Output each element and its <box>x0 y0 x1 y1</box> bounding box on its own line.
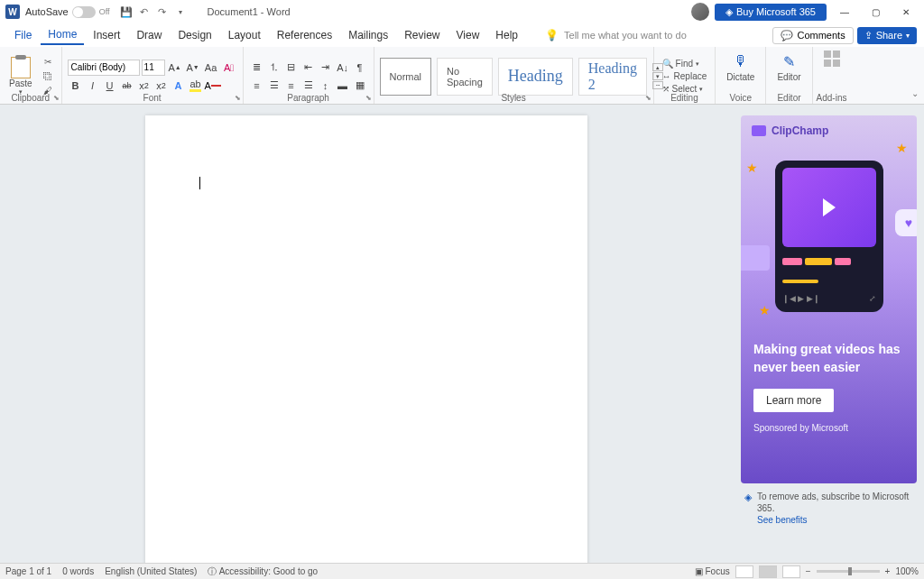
tab-home[interactable]: Home <box>41 25 84 45</box>
replace-button[interactable]: ↔Replace <box>660 70 710 82</box>
paste-button[interactable]: Paste ▾ <box>5 55 36 97</box>
play-icon <box>823 198 836 216</box>
star-icon: ★ <box>896 141 908 155</box>
ad-card: ClipChamp ★ ★ ★ ❙◀ ▶ ▶❙⤢ ♥ <box>741 115 917 483</box>
learn-more-button[interactable]: Learn more <box>753 389 834 412</box>
style-normal[interactable]: Normal <box>380 58 431 96</box>
sort-button[interactable]: A↓ <box>335 60 351 76</box>
font-name-input[interactable] <box>68 60 140 76</box>
align-left-button[interactable]: ≡ <box>249 78 265 94</box>
change-case-button[interactable]: Aa <box>203 60 219 76</box>
dictate-button[interactable]: 🎙 Dictate <box>721 49 760 84</box>
addins-button[interactable] <box>818 49 845 74</box>
zoom-slider[interactable] <box>817 570 880 573</box>
clear-formatting-button[interactable]: A⃠ <box>221 60 237 76</box>
microphone-icon: 🎙 <box>730 51 752 72</box>
web-layout-button[interactable] <box>782 565 800 578</box>
ribbon-group-styles: Normal No Spacing Heading Heading 2 ▴▾┄ … <box>374 47 654 104</box>
status-words[interactable]: 0 words <box>62 566 94 576</box>
tab-review[interactable]: Review <box>397 26 447 44</box>
decrease-indent-button[interactable]: ⇤ <box>300 60 317 76</box>
qat-dropdown-icon[interactable]: ▾ <box>171 3 189 21</box>
shrink-font-button[interactable]: A▼ <box>185 60 201 76</box>
align-center-button[interactable]: ☰ <box>266 78 282 94</box>
superscript-button[interactable]: x2 <box>153 78 170 94</box>
print-layout-button[interactable] <box>759 565 777 578</box>
font-launcher-icon[interactable]: ⬊ <box>235 94 241 102</box>
redo-icon[interactable]: ↷ <box>153 3 171 21</box>
undo-icon[interactable]: ↶ <box>135 3 153 21</box>
tab-references[interactable]: References <box>270 26 339 44</box>
styles-launcher-icon[interactable]: ⬊ <box>645 94 651 102</box>
editor-button[interactable]: ✎ Editor <box>772 49 806 84</box>
increase-indent-button[interactable]: ⇥ <box>318 60 334 76</box>
strikethrough-button[interactable]: ab <box>119 78 135 94</box>
maximize-button[interactable]: ▢ <box>863 3 888 21</box>
clipboard-launcher-icon[interactable]: ⬊ <box>53 94 60 102</box>
toggle-switch-icon[interactable] <box>72 6 96 18</box>
user-avatar[interactable] <box>691 3 709 21</box>
status-page[interactable]: Page 1 of 1 <box>5 566 51 576</box>
show-marks-button[interactable]: ¶ <box>352 60 368 76</box>
focus-mode-button[interactable]: ▣ Focus <box>695 566 730 576</box>
close-button[interactable]: ✕ <box>893 3 919 21</box>
autosave-state: Off <box>99 7 110 16</box>
see-benefits-link[interactable]: See benefits <box>757 515 808 525</box>
multilevel-list-button[interactable]: ⊟ <box>283 60 300 76</box>
style-no-spacing[interactable]: No Spacing <box>437 58 493 96</box>
align-right-button[interactable]: ≡ <box>283 78 300 94</box>
tab-view[interactable]: View <box>449 26 487 44</box>
tab-mailings[interactable]: Mailings <box>341 26 395 44</box>
tab-insert[interactable]: Insert <box>86 26 127 44</box>
comment-icon: 💬 <box>781 30 793 41</box>
document-page[interactable] <box>145 115 587 563</box>
numbering-button[interactable]: ⒈ <box>266 60 282 76</box>
focus-icon: ▣ <box>695 566 703 576</box>
lightbulb-icon: 💡 <box>545 29 559 41</box>
shading-button[interactable]: ▬ <box>335 78 351 94</box>
highlight-button[interactable]: ab <box>188 78 204 94</box>
status-accessibility[interactable]: ⓘ Accessibility: Good to go <box>208 565 318 578</box>
ad-sponsor: Sponsored by Microsoft <box>741 418 917 444</box>
ribbon-group-editor: ✎ Editor Editor <box>766 47 812 104</box>
share-button[interactable]: ⇪ Share ▾ <box>857 27 917 44</box>
autosave-label: AutoSave <box>25 6 69 17</box>
comments-button[interactable]: 💬 Comments <box>772 27 853 44</box>
style-heading[interactable]: Heading <box>498 58 573 96</box>
zoom-in-button[interactable]: + <box>885 566 891 576</box>
borders-button[interactable]: ▦ <box>352 78 368 94</box>
autosave-toggle[interactable]: AutoSave Off <box>25 6 110 18</box>
zoom-level[interactable]: 100% <box>895 566 919 576</box>
read-mode-button[interactable] <box>735 565 753 578</box>
text-effects-button[interactable]: A <box>171 78 187 94</box>
tab-layout[interactable]: Layout <box>221 26 268 44</box>
status-language[interactable]: English (United States) <box>105 566 197 576</box>
font-color-button[interactable]: A <box>205 78 221 94</box>
collapse-ribbon-icon[interactable]: ⌄ <box>911 88 919 98</box>
document-canvas[interactable] <box>0 105 733 563</box>
subscript-button[interactable]: x2 <box>136 78 152 94</box>
tab-design[interactable]: Design <box>171 26 218 44</box>
buy-microsoft-365-button[interactable]: ◈ Buy Microsoft 365 <box>715 4 827 21</box>
save-icon[interactable]: 💾 <box>117 3 135 21</box>
tab-help[interactable]: Help <box>488 26 525 44</box>
underline-button[interactable]: U <box>102 78 118 94</box>
copy-button[interactable]: ⿻ <box>40 70 56 83</box>
justify-button[interactable]: ☰ <box>300 78 317 94</box>
line-spacing-button[interactable]: ↕ <box>318 78 334 94</box>
cut-button[interactable]: ✂ <box>40 56 56 69</box>
font-size-input[interactable] <box>142 60 165 76</box>
find-button[interactable]: 🔍Find▾ <box>660 58 710 69</box>
zoom-out-button[interactable]: − <box>806 566 811 576</box>
grow-font-button[interactable]: A▲ <box>167 60 183 76</box>
tell-me-search[interactable]: 💡 Tell me what you want to do <box>545 29 687 41</box>
italic-button[interactable]: I <box>85 78 101 94</box>
paragraph-launcher-icon[interactable]: ⬊ <box>365 94 372 102</box>
style-heading2[interactable]: Heading 2 <box>578 58 647 96</box>
minimize-button[interactable]: ― <box>832 3 857 21</box>
tab-file[interactable]: File <box>7 26 39 44</box>
bullets-button[interactable]: ≣ <box>249 60 265 76</box>
tab-draw[interactable]: Draw <box>129 26 169 44</box>
bold-button[interactable]: B <box>68 78 84 94</box>
clipboard-icon <box>11 57 31 78</box>
